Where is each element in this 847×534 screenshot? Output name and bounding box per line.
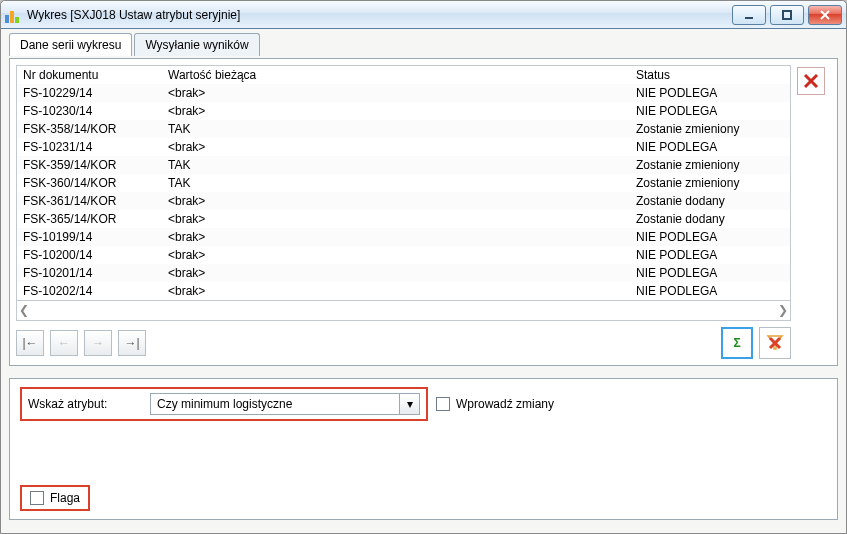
cell-document: FS-10229/14	[17, 84, 162, 102]
nav-prev-button[interactable]: ←	[50, 330, 78, 356]
apply-changes-checkbox[interactable]	[436, 397, 450, 411]
cell-document: FS-10230/14	[17, 102, 162, 120]
cell-status: Zostanie zmieniony	[630, 174, 790, 192]
series-data-panel: Nr dokumentu Wartość bieżąca Status FS-1…	[9, 58, 838, 366]
cell-value: <brak>	[162, 138, 630, 156]
chevron-down-icon: ▾	[399, 394, 419, 414]
table-row[interactable]: FSK-358/14/KORTAKZostanie zmieniony	[17, 120, 790, 138]
app-window: Wykres [SXJ018 Ustaw atrybut seryjnie] D…	[0, 0, 847, 534]
tab-bar: Dane serii wykresu Wysyłanie wyników	[9, 33, 838, 56]
attribute-combobox[interactable]: Czy minimum logistyczne ▾	[150, 393, 420, 415]
cell-value: <brak>	[162, 210, 630, 228]
client-area: Dane serii wykresu Wysyłanie wyników Nr …	[1, 29, 846, 533]
cell-status: NIE PODLEGA	[630, 84, 790, 102]
cell-status: Zostanie dodany	[630, 210, 790, 228]
cell-document: FS-10201/14	[17, 264, 162, 282]
apply-changes-group: Wprowadź zmiany	[436, 397, 554, 411]
table-row[interactable]: FS-10231/14<brak>NIE PODLEGA	[17, 138, 790, 156]
cell-value: TAK	[162, 174, 630, 192]
grid-body: FS-10229/14<brak>NIE PODLEGAFS-10230/14<…	[17, 84, 790, 300]
cell-value: <brak>	[162, 192, 630, 210]
tab-series-data[interactable]: Dane serii wykresu	[9, 33, 132, 56]
sum-button[interactable]: Σ	[721, 327, 753, 359]
cell-status: Zostanie zmieniony	[630, 156, 790, 174]
cell-value: TAK	[162, 156, 630, 174]
nav-next-button[interactable]: →	[84, 330, 112, 356]
cell-status: NIE PODLEGA	[630, 282, 790, 300]
cell-document: FS-10231/14	[17, 138, 162, 156]
table-row[interactable]: FSK-360/14/KORTAKZostanie zmieniony	[17, 174, 790, 192]
attribute-panel: Wskaż atrybut: Czy minimum logistyczne ▾…	[9, 378, 838, 520]
window-title: Wykres [SXJ018 Ustaw atrybut seryjnie]	[27, 8, 732, 22]
col-header-value[interactable]: Wartość bieżąca	[162, 66, 630, 84]
table-row[interactable]: FS-10201/14<brak>NIE PODLEGA	[17, 264, 790, 282]
cell-document: FSK-361/14/KOR	[17, 192, 162, 210]
cell-status: Zostanie dodany	[630, 192, 790, 210]
cell-document: FSK-360/14/KOR	[17, 174, 162, 192]
data-grid[interactable]: Nr dokumentu Wartość bieżąca Status FS-1…	[16, 65, 791, 321]
table-row[interactable]: FS-10229/14<brak>NIE PODLEGA	[17, 84, 790, 102]
flag-group: Flaga	[20, 485, 90, 511]
cell-value: <brak>	[162, 84, 630, 102]
grid-wrap: Nr dokumentu Wartość bieżąca Status FS-1…	[16, 65, 791, 359]
table-row[interactable]: FS-10202/14<brak>NIE PODLEGA	[17, 282, 790, 300]
remove-row-button[interactable]	[797, 67, 825, 95]
side-column	[791, 65, 831, 359]
tab-send-results[interactable]: Wysyłanie wyników	[134, 33, 259, 56]
cell-status: NIE PODLEGA	[630, 264, 790, 282]
cell-status: NIE PODLEGA	[630, 138, 790, 156]
cell-document: FS-10200/14	[17, 246, 162, 264]
attribute-label: Wskaż atrybut:	[28, 397, 138, 411]
cell-document: FS-10202/14	[17, 282, 162, 300]
cell-value: <brak>	[162, 264, 630, 282]
horizontal-scrollbar[interactable]: ❮ ❯	[17, 300, 790, 318]
chart-app-icon	[5, 7, 21, 23]
attribute-selector-group: Wskaż atrybut: Czy minimum logistyczne ▾	[20, 387, 428, 421]
red-x-icon	[802, 72, 820, 90]
funnel-cross-icon	[765, 333, 785, 353]
apply-changes-label: Wprowadź zmiany	[456, 397, 554, 411]
nav-toolbar: |← ← → →| Σ	[16, 327, 791, 359]
cell-value: <brak>	[162, 228, 630, 246]
table-row[interactable]: FSK-361/14/KOR<brak>Zostanie dodany	[17, 192, 790, 210]
sigma-icon: Σ	[733, 336, 740, 350]
cell-status: Zostanie zmieniony	[630, 120, 790, 138]
cell-status: NIE PODLEGA	[630, 228, 790, 246]
close-button[interactable]	[808, 5, 842, 25]
nav-last-button[interactable]: →|	[118, 330, 146, 356]
table-row[interactable]: FSK-359/14/KORTAKZostanie zmieniony	[17, 156, 790, 174]
table-row[interactable]: FSK-365/14/KOR<brak>Zostanie dodany	[17, 210, 790, 228]
table-row[interactable]: FS-10200/14<brak>NIE PODLEGA	[17, 246, 790, 264]
cell-document: FSK-359/14/KOR	[17, 156, 162, 174]
col-header-document[interactable]: Nr dokumentu	[17, 66, 162, 84]
svg-rect-1	[783, 11, 791, 19]
flag-checkbox[interactable]	[30, 491, 44, 505]
cell-status: NIE PODLEGA	[630, 246, 790, 264]
col-header-status[interactable]: Status	[630, 66, 790, 84]
cancel-filter-button[interactable]	[759, 327, 791, 359]
cell-value: <brak>	[162, 102, 630, 120]
cell-document: FSK-358/14/KOR	[17, 120, 162, 138]
scroll-left-icon[interactable]: ❮	[19, 303, 29, 317]
cell-value: TAK	[162, 120, 630, 138]
titlebar: Wykres [SXJ018 Ustaw atrybut seryjnie]	[1, 1, 846, 29]
cell-status: NIE PODLEGA	[630, 102, 790, 120]
flag-label: Flaga	[50, 491, 80, 505]
maximize-button[interactable]	[770, 5, 804, 25]
grid-header: Nr dokumentu Wartość bieżąca Status	[17, 66, 790, 84]
cell-document: FS-10199/14	[17, 228, 162, 246]
attribute-selected-value: Czy minimum logistyczne	[157, 397, 292, 411]
table-row[interactable]: FS-10199/14<brak>NIE PODLEGA	[17, 228, 790, 246]
table-row[interactable]: FS-10230/14<brak>NIE PODLEGA	[17, 102, 790, 120]
nav-first-button[interactable]: |←	[16, 330, 44, 356]
cell-value: <brak>	[162, 246, 630, 264]
scroll-right-icon[interactable]: ❯	[778, 303, 788, 317]
minimize-button[interactable]	[732, 5, 766, 25]
cell-value: <brak>	[162, 282, 630, 300]
cell-document: FSK-365/14/KOR	[17, 210, 162, 228]
window-buttons	[732, 5, 842, 25]
